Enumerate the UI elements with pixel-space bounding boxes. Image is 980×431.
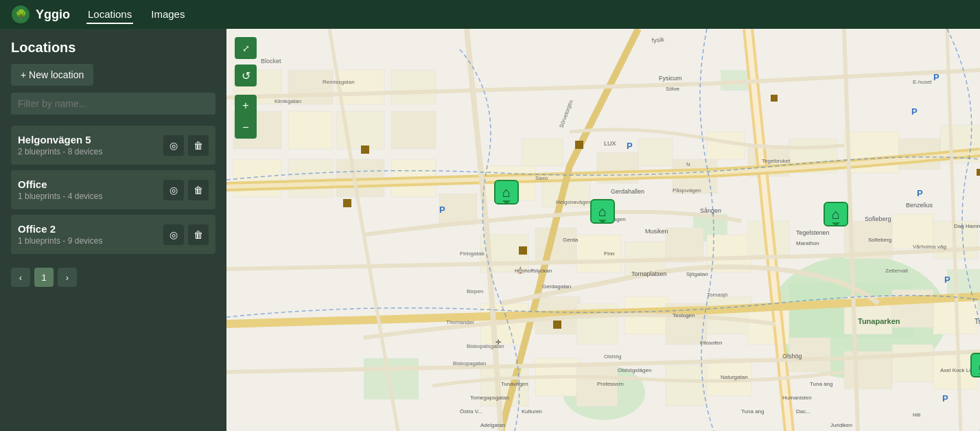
svg-text:P: P [439, 205, 445, 215]
svg-text:Tornaplatsen: Tornaplatsen [631, 270, 667, 277]
svg-text:P: P [942, 393, 948, 404]
svg-text:E-huset: E-huset [913, 79, 932, 85]
svg-text:Östra V...: Östra V... [460, 408, 482, 415]
svg-rect-64 [336, 70, 384, 104]
delete-location-button[interactable]: 🗑 [188, 180, 209, 200]
svg-text:Humanisten: Humanisten [782, 395, 812, 401]
svg-text:fysik: fysik [651, 36, 664, 44]
next-page-button[interactable]: › [58, 268, 77, 287]
svg-text:Filosofen: Filosofen [700, 340, 722, 346]
delete-location-button[interactable]: 🗑 [188, 135, 209, 156]
svg-text:Tuna ang: Tuna ang [741, 408, 765, 415]
location-item-office2: Office 2 1 blueprints - 9 devices ◎ 🗑 [11, 215, 215, 254]
svg-text:Gerdahallen: Gerdahallen [611, 188, 644, 195]
nav-locations[interactable]: Locations [86, 5, 133, 24]
svg-text:Fysicum: Fysicum [659, 75, 682, 82]
svg-rect-165 [575, 141, 583, 149]
svg-text:Biskopagatan: Biskopagatan [453, 360, 486, 366]
eye-icon: ◎ [170, 229, 178, 240]
svg-text:Finn: Finn [604, 251, 615, 257]
map-marker-1[interactable]: ⌂ [494, 180, 519, 205]
svg-text:Thomander: Thomander [446, 319, 474, 325]
map-zoom-in-button[interactable]: + [235, 95, 257, 117]
svg-text:Firingatab: Firingatab [460, 251, 485, 257]
map-container: fysik Klinikgatan Blocket Remissgatan Sö… [226, 29, 980, 431]
svg-text:Sången: Sången [700, 207, 721, 214]
svg-rect-67 [288, 111, 333, 149]
svg-text:Olshög: Olshög [604, 353, 621, 360]
map-marker-4[interactable]: ⌂ [970, 353, 980, 377]
svg-rect-168 [519, 246, 527, 255]
svg-text:Sölve: Sölve [666, 86, 680, 92]
app-brand: 🌳 Yggio [11, 5, 70, 24]
svg-rect-167 [343, 199, 351, 207]
map-reset-button[interactable]: ↺ [235, 65, 257, 86]
new-location-button[interactable]: + New location [11, 64, 93, 86]
svg-text:Kulturen: Kulturen [522, 408, 542, 415]
map-marker-3[interactable]: ⌂ [824, 202, 848, 226]
svg-rect-171 [977, 169, 980, 176]
trash-icon: 🗑 [194, 140, 203, 151]
map-svg: fysik Klinikgatan Blocket Remissgatan Sö… [226, 29, 980, 431]
location-item-helgonvagen: Helgonvägen 5 2 blueprints - 8 devices ◎… [11, 126, 215, 165]
svg-rect-50 [892, 345, 933, 382]
svg-text:Blocket: Blocket [261, 58, 281, 65]
view-location-button[interactable]: ◎ [163, 135, 184, 156]
map-marker-2[interactable]: ⌂ [590, 199, 615, 224]
map-expand-button[interactable]: ⤢ [235, 37, 257, 59]
trash-icon: 🗑 [194, 185, 203, 196]
location-name: Office 2 [18, 223, 163, 235]
svg-text:Helgonavägen: Helgonavägen [556, 199, 592, 205]
nav-images[interactable]: Images [150, 5, 186, 24]
map-controls: ⤢ ↺ + − [235, 37, 257, 139]
svg-text:Sofieberg: Sofieberg [868, 237, 891, 243]
eye-icon: ◎ [170, 185, 178, 196]
svg-text:Naturgatan: Naturgatan [721, 374, 748, 380]
svg-text:Olshög: Olshög [782, 353, 802, 360]
svg-text:Tunaskolan: Tunaskolan [975, 318, 980, 325]
view-location-button[interactable]: ◎ [163, 224, 184, 245]
svg-text:Adelgatan: Adelgatan [480, 422, 505, 428]
eye-icon: ◎ [170, 140, 178, 151]
app-logo-icon: 🌳 [11, 5, 30, 24]
svg-text:P: P [933, 72, 940, 82]
page-1-button[interactable]: 1 [34, 268, 54, 287]
map-zoom-group: + − [235, 95, 257, 139]
app-name: Yggio [36, 8, 70, 22]
svg-text:Tuna ang: Tuna ang [810, 381, 833, 387]
svg-text:Tunavägen: Tunavägen [501, 381, 528, 387]
svg-text:LUX: LUX [604, 140, 616, 147]
svg-text:Zettervall: Zettervall [885, 268, 908, 274]
svg-text:P: P [911, 106, 918, 117]
view-location-button[interactable]: ◎ [163, 180, 184, 200]
location-info: Office 1 blueprints - 4 devices [18, 178, 163, 201]
map-zoom-out-button[interactable]: − [235, 117, 257, 139]
svg-text:Dac...: Dac... [796, 408, 810, 415]
location-actions: ◎ 🗑 [163, 180, 209, 200]
svg-rect-39 [707, 296, 751, 334]
svg-text:Tegelstenen: Tegelstenen [796, 229, 830, 236]
filter-input[interactable] [11, 93, 215, 115]
svg-text:Gerda: Gerda [563, 237, 579, 243]
prev-page-button[interactable]: ‹ [11, 268, 30, 287]
location-meta: 1 blueprints - 4 devices [18, 191, 163, 201]
svg-text:Benzelius: Benzelius [906, 202, 933, 209]
location-item-office: Office 1 blueprints - 4 devices ◎ 🗑 [11, 170, 215, 209]
svg-text:Sofieberg: Sofieberg [865, 216, 891, 222]
location-name: Office [18, 178, 163, 190]
pagination: ‹ 1 › [11, 268, 215, 287]
home-icon-3: ⌂ [832, 207, 840, 222]
svg-text:🌳: 🌳 [15, 9, 27, 21]
svg-text:Dag Hammarskjölds väg: Dag Hammarskjölds väg [954, 223, 980, 229]
svg-rect-71 [288, 159, 333, 197]
svg-text:Musiken: Musiken [645, 228, 668, 235]
svg-text:P: P [944, 275, 950, 285]
svg-rect-47 [666, 365, 707, 406]
svg-text:Olshögstägen: Olshögstägen [618, 367, 651, 373]
location-actions: ◎ 🗑 [163, 135, 209, 156]
svg-text:Juridiken: Juridiken [830, 422, 852, 428]
svg-text:Saxo: Saxo [535, 175, 548, 181]
svg-rect-166 [361, 145, 369, 154]
delete-location-button[interactable]: 🗑 [188, 224, 209, 245]
location-actions: ◎ 🗑 [163, 224, 209, 245]
